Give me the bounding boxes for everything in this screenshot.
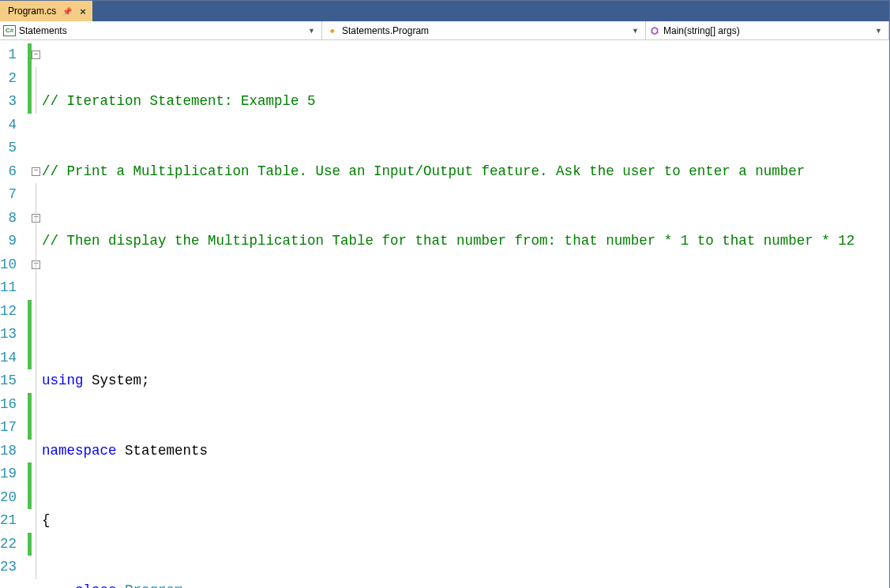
line-number: 5 xyxy=(0,137,17,160)
code-text: namespace xyxy=(42,443,117,459)
code-area[interactable]: // Iteration Statement: Example 5 // Pri… xyxy=(40,40,890,588)
tab-title: Program.cs xyxy=(8,6,56,17)
pin-icon[interactable]: 📌 xyxy=(62,7,72,16)
line-number: 9 xyxy=(0,230,17,253)
line-number: 16 xyxy=(0,393,17,417)
line-number: 8 xyxy=(0,207,17,230)
code-text: { xyxy=(42,512,51,528)
tab-program-cs[interactable]: Program.cs 📌 × xyxy=(0,1,92,21)
code-text: // Print a Multiplication Table. Use an … xyxy=(42,163,805,179)
code-text: using xyxy=(42,373,84,388)
line-number: 20 xyxy=(0,486,17,510)
line-number: 2 xyxy=(0,67,17,91)
line-number: 13 xyxy=(0,323,17,346)
method-icon xyxy=(649,25,660,36)
nav-member-label: Main(string[] args) xyxy=(663,25,740,36)
line-number: 15 xyxy=(0,369,17,393)
code-text: System; xyxy=(84,373,150,388)
line-number: 1 xyxy=(0,43,17,67)
chevron-down-icon: ▼ xyxy=(875,27,885,35)
line-number: 11 xyxy=(0,276,17,300)
line-number: 17 xyxy=(0,416,17,440)
code-editor[interactable]: 1234567891011121314151617181920212223 − … xyxy=(0,40,889,588)
nav-class-label: Statements.Program xyxy=(342,25,429,36)
fold-toggle[interactable]: − xyxy=(32,167,40,176)
line-number: 4 xyxy=(0,114,17,137)
nav-scope-dropdown[interactable]: C# Statements ▼ xyxy=(0,21,322,39)
fold-toggle[interactable]: − xyxy=(32,214,40,223)
code-text: // Iteration Statement: Example 5 xyxy=(42,93,316,109)
close-icon[interactable]: × xyxy=(80,6,86,17)
line-number-gutter: 1234567891011121314151617181920212223 xyxy=(0,40,28,588)
fold-toggle[interactable]: − xyxy=(32,260,40,269)
line-number: 19 xyxy=(0,463,17,486)
line-number: 18 xyxy=(0,440,17,463)
line-number: 6 xyxy=(0,160,17,184)
nav-scope-label: Statements xyxy=(19,25,67,36)
line-number: 22 xyxy=(0,533,17,556)
line-number: 12 xyxy=(0,300,17,324)
fold-column: − − − − xyxy=(32,40,40,588)
nav-class-dropdown[interactable]: 🔸 Statements.Program ▼ xyxy=(322,21,646,39)
navigation-bar: C# Statements ▼ 🔸 Statements.Program ▼ M… xyxy=(0,21,889,40)
line-number: 21 xyxy=(0,509,17,533)
csharp-icon: C# xyxy=(3,25,16,36)
fold-toggle[interactable]: − xyxy=(32,51,40,59)
line-number: 7 xyxy=(0,183,17,207)
code-text: Program xyxy=(125,582,183,589)
line-number: 23 xyxy=(0,556,17,579)
code-text: class xyxy=(75,582,117,589)
line-number: 14 xyxy=(0,346,17,370)
class-icon: 🔸 xyxy=(325,24,339,37)
chevron-down-icon: ▼ xyxy=(308,27,318,35)
code-text: // Then display the Multiplication Table… xyxy=(42,233,854,249)
chevron-down-icon: ▼ xyxy=(632,27,642,35)
tab-bar: Program.cs 📌 × xyxy=(0,1,889,21)
line-number: 3 xyxy=(0,90,17,114)
code-text: Statements xyxy=(117,443,208,459)
line-number: 10 xyxy=(0,253,17,277)
nav-member-dropdown[interactable]: Main(string[] args) ▼ xyxy=(646,21,889,39)
